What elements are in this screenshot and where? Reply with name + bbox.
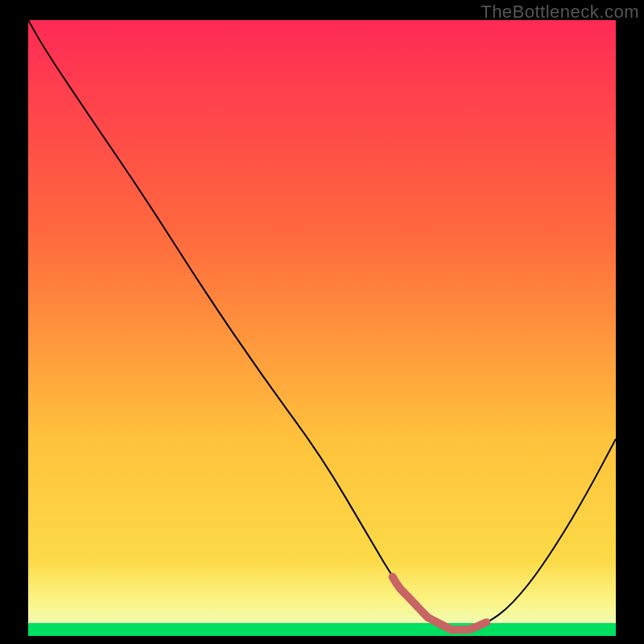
plot-area: [28, 20, 616, 636]
watermark-text: TheBottleneck.com: [481, 2, 639, 23]
bottleneck-curve: [28, 20, 616, 636]
chart-canvas: TheBottleneck.com: [0, 0, 644, 644]
